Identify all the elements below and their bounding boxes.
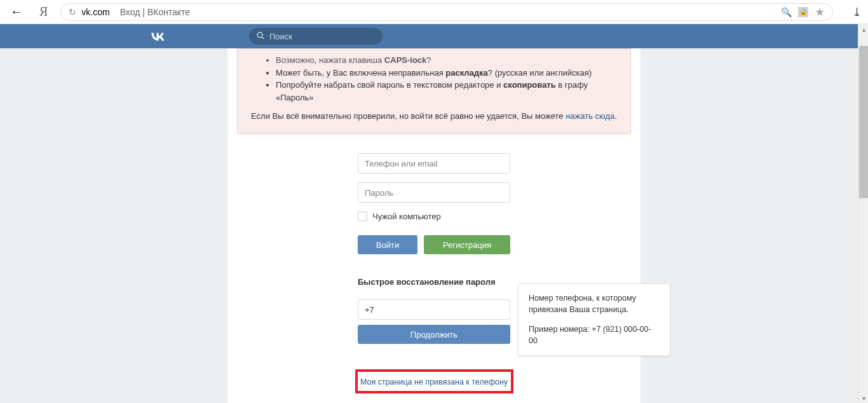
login-card: Возможно, нажата клавиша CAPS-lock? Може… <box>227 48 641 403</box>
foreign-pc-checkbox[interactable]: Чужой компьютер <box>358 212 510 221</box>
download-icon[interactable]: ⤓ <box>852 5 862 19</box>
warning-box: Возможно, нажата клавиша CAPS-lock? Може… <box>237 48 631 134</box>
svg-line-1 <box>262 37 264 39</box>
header-search[interactable] <box>249 28 383 44</box>
click-here-link[interactable]: нажать сюда <box>566 111 614 121</box>
warning-item: Возможно, нажата клавиша CAPS-lock? <box>276 54 618 67</box>
password-field[interactable] <box>358 182 510 203</box>
vk-header <box>0 24 868 48</box>
login-field[interactable] <box>358 153 510 174</box>
highlighted-no-phone-link: Моя страница не привязана к телефону <box>355 369 513 393</box>
vk-logo-icon <box>149 31 166 41</box>
continue-button[interactable]: Продолжить <box>358 325 510 344</box>
lock-icon[interactable]: 🔒 <box>798 7 808 17</box>
page-title: Вход | ВКонтакте <box>120 7 190 17</box>
star-icon[interactable]: ★ <box>815 5 825 19</box>
warning-item: Может быть, у Вас включена неправильная … <box>276 67 618 79</box>
yandex-logo[interactable]: Я <box>36 4 51 19</box>
phone-field[interactable] <box>358 299 510 320</box>
scroll-up-icon[interactable]: ▴ <box>858 24 868 34</box>
tooltip-example: Пример номера: +7 (921) 000-00-00 <box>529 324 660 346</box>
back-button[interactable]: ← <box>6 4 27 19</box>
scrollbar-thumb[interactable] <box>859 46 868 198</box>
warning-list: Возможно, нажата клавиша CAPS-lock? Може… <box>250 54 618 104</box>
checkbox-label: Чужой компьютер <box>372 212 441 221</box>
login-form: Чужой компьютер Войти Регистрация <box>358 153 510 254</box>
warning-item: Попробуйте набрать свой пароль в текстов… <box>276 79 618 104</box>
quick-recovery-form: Быстрое восстановление пароля Продолжить… <box>358 277 510 344</box>
scroll-down-icon[interactable]: ▾ <box>858 393 868 403</box>
browser-toolbar: ← Я ↻ vk.com Вход | ВКонтакте 🔍 🔒 ★ ⤓ <box>0 0 868 24</box>
phone-tooltip: Номер телефона, к которому привязана Ваш… <box>518 283 670 356</box>
address-bar[interactable]: ↻ vk.com Вход | ВКонтакте 🔍 🔒 ★ <box>60 3 833 21</box>
search-input[interactable] <box>269 32 376 41</box>
tooltip-text: Номер телефона, к которому привязана Ваш… <box>529 293 660 315</box>
warning-footer: Если Вы всё внимательно проверили, но во… <box>250 111 618 121</box>
recovery-title: Быстрое восстановление пароля <box>358 277 510 287</box>
login-button[interactable]: Войти <box>358 235 417 254</box>
vertical-scrollbar[interactable]: ▴ ▾ <box>858 24 868 403</box>
register-button[interactable]: Регистрация <box>424 235 510 254</box>
reload-icon[interactable]: ↻ <box>69 7 76 17</box>
search-in-page-icon[interactable]: 🔍 <box>781 7 792 17</box>
search-icon <box>257 32 264 41</box>
url-domain: vk.com <box>81 7 109 17</box>
checkbox-icon[interactable] <box>358 212 367 221</box>
svg-point-0 <box>257 32 262 38</box>
page-content: Возможно, нажата клавиша CAPS-lock? Може… <box>0 48 868 403</box>
vk-logo[interactable] <box>149 28 249 44</box>
no-phone-link[interactable]: Моя страница не привязана к телефону <box>360 378 508 386</box>
